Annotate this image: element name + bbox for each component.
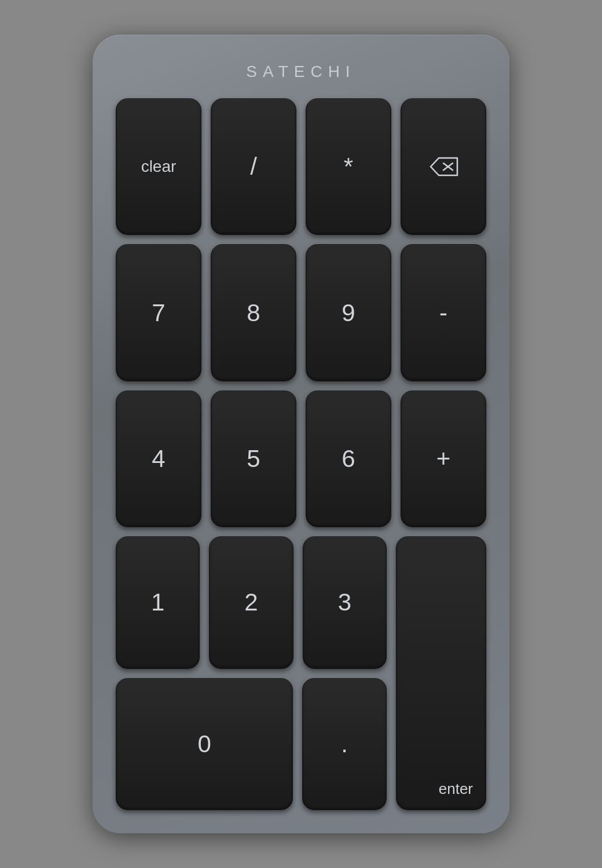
- key-8[interactable]: 8: [211, 244, 296, 381]
- rows-4-5: 1 2 3 0 .: [116, 536, 486, 810]
- key-row-4: 1 2 3: [116, 536, 387, 668]
- key-7[interactable]: 7: [116, 244, 201, 381]
- key-9[interactable]: 9: [306, 244, 391, 381]
- key-multiply[interactable]: *: [306, 98, 391, 235]
- key-1[interactable]: 1: [116, 536, 200, 668]
- key-row-2: 7 8 9 -: [116, 244, 486, 381]
- keys-grid: clear / * 7 8: [116, 98, 486, 810]
- numpad-device: SATECHI clear / * 7: [93, 35, 509, 833]
- key-2[interactable]: 2: [209, 536, 293, 668]
- key-row-1: clear / *: [116, 98, 486, 235]
- key-5[interactable]: 5: [211, 391, 296, 527]
- key-row-3: 4 5 6 +: [116, 391, 486, 527]
- enter-col: enter: [396, 536, 486, 810]
- key-3[interactable]: 3: [303, 536, 387, 668]
- left-cols: 1 2 3 0 .: [116, 536, 387, 810]
- brand-logo: SATECHI: [246, 62, 355, 81]
- key-clear[interactable]: clear: [116, 98, 201, 235]
- key-backspace[interactable]: [401, 98, 486, 235]
- key-minus[interactable]: -: [401, 244, 486, 381]
- key-row-5: 0 .: [116, 678, 387, 810]
- key-enter[interactable]: enter: [396, 536, 486, 810]
- key-plus[interactable]: +: [401, 391, 486, 527]
- key-0[interactable]: 0: [116, 678, 293, 810]
- key-6[interactable]: 6: [306, 391, 391, 527]
- key-divide[interactable]: /: [211, 98, 296, 235]
- key-4[interactable]: 4: [116, 391, 201, 527]
- backspace-icon: [427, 155, 460, 179]
- key-dot[interactable]: .: [302, 678, 387, 810]
